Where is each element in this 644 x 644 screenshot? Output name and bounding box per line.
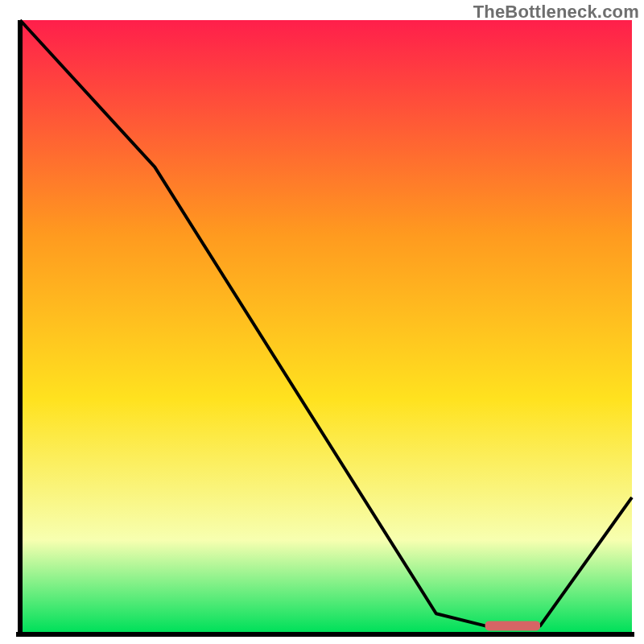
watermark-label: TheBottleneck.com	[473, 2, 639, 23]
plot-area	[16, 20, 634, 636]
bottleneck-chart	[0, 0, 644, 644]
chart-container: TheBottleneck.com	[0, 0, 644, 644]
optimal-zone-marker	[485, 621, 540, 630]
plot-background	[20, 20, 632, 632]
